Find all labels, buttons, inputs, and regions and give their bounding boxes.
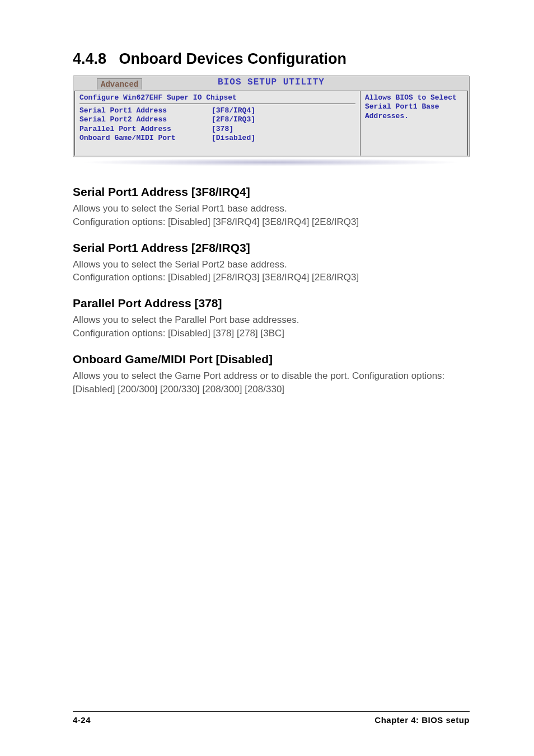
- section-title: Onboard Devices Configuration: [119, 50, 347, 68]
- bios-row-label: Serial Port1 Address: [79, 106, 212, 115]
- subheading-parallel-port: Parallel Port Address [378]: [73, 297, 470, 310]
- bios-row: Onboard Game/MIDI Port [Disabled]: [79, 134, 355, 143]
- bios-row: Serial Port2 Address [2F8/IRQ3]: [79, 115, 355, 124]
- bios-row-value: [2F8/IRQ3]: [212, 115, 255, 124]
- section-heading: 4.4.8 Onboard Devices Configuration: [73, 50, 470, 68]
- body-game-midi: Allows you to select the Game Port addre…: [73, 369, 470, 396]
- bios-row-label: Serial Port2 Address: [79, 115, 212, 124]
- body-serial-port1: Allows you to select the Serial Port1 ba…: [73, 202, 470, 229]
- bios-screenshot: BIOS SETUP UTILITY Advanced Configure Wi…: [73, 76, 470, 157]
- bios-body: Configure Win627EHF Super IO Chipset Ser…: [73, 90, 469, 157]
- subheading-game-midi: Onboard Game/MIDI Port [Disabled]: [73, 353, 470, 366]
- footer-chapter: Chapter 4: BIOS setup: [374, 715, 470, 725]
- bios-row: Serial Port1 Address [3F8/IRQ4]: [79, 106, 355, 115]
- bios-help-panel: Allows BIOS to Select Serial Port1 Base …: [360, 91, 468, 156]
- bios-tab-advanced: Advanced: [97, 78, 142, 90]
- bios-row-label: Parallel Port Address: [79, 125, 212, 134]
- bios-row-value: [378]: [212, 125, 233, 134]
- bios-banner: BIOS SETUP UTILITY: [218, 77, 325, 87]
- bios-row: Parallel Port Address [378]: [79, 125, 355, 134]
- bios-help-text: Allows BIOS to Select Serial Port1 Base …: [365, 93, 463, 121]
- subheading-serial-port1: Serial Port1 Address [3F8/IRQ4]: [73, 185, 470, 199]
- page-footer: 4-24 Chapter 4: BIOS setup: [73, 711, 470, 725]
- bios-row-value: [3F8/IRQ4]: [212, 106, 255, 115]
- body-parallel-port: Allows you to select the Parallel Port b…: [73, 313, 470, 340]
- bios-config-heading: Configure Win627EHF Super IO Chipset: [79, 93, 355, 102]
- bios-row-label: Onboard Game/MIDI Port: [79, 134, 212, 143]
- subheading-serial-port2: Serial Port1 Address [2F8/IRQ3]: [73, 241, 470, 255]
- bios-divider: [79, 104, 355, 104]
- bios-row-value: [Disabled]: [212, 134, 255, 143]
- footer-page-number: 4-24: [73, 715, 91, 725]
- bios-titlebar: BIOS SETUP UTILITY Advanced: [73, 76, 469, 90]
- bios-shadow: [81, 158, 462, 166]
- body-serial-port2: Allows you to select the Serial Port2 ba…: [73, 258, 470, 285]
- section-number: 4.4.8: [73, 50, 106, 68]
- bios-left-panel: Configure Win627EHF Super IO Chipset Ser…: [74, 91, 360, 156]
